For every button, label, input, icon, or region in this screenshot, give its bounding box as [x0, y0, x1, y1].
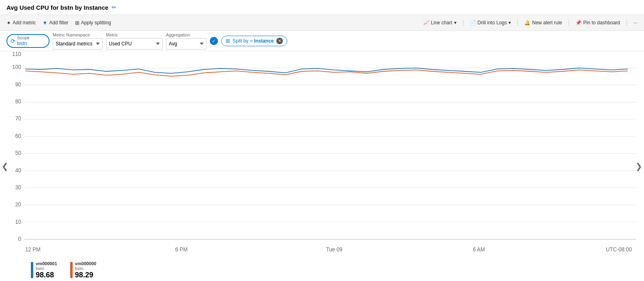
new-alert-rule-button[interactable]: 🔔 New alert rule [524, 20, 562, 26]
chart-legend: vm000001 bstn 98.68 vm000000 bstn 98.29 [8, 259, 636, 281]
aggregation-select[interactable]: Avg [166, 38, 207, 49]
pin-to-dashboard-button[interactable]: 📌 Pin to dashboard [575, 20, 620, 26]
edit-icon[interactable]: ✏ [112, 4, 116, 11]
chevron-left-icon: ❮ [2, 162, 9, 171]
chevron-right-icon: ❯ [635, 162, 642, 171]
chart-container: ❮ ❯ [0, 51, 644, 281]
metric-namespace-select[interactable]: Standard metrics [53, 38, 103, 49]
separator-1 [463, 19, 463, 26]
check-icon: ✓ [212, 38, 216, 44]
separator-2 [517, 19, 518, 26]
metric-row: ⟳ Scope Metric Namespace Standard metric… [0, 31, 644, 51]
svg-text:UTC-08:00: UTC-08:00 [606, 246, 632, 253]
metric-namespace-label: Metric Namespace [53, 32, 103, 37]
separator-4 [627, 19, 627, 26]
more-icon: ··· [633, 20, 638, 26]
legend-value-1: 98.68 [36, 271, 57, 279]
toolbar-right: 📈 Line chart ▾ 📄 Drill into Logs ▾ 🔔 New… [423, 19, 638, 26]
page-title: Avg Used CPU for bstn by Instance [6, 4, 108, 11]
metric-field: Metric Used CPU [106, 32, 163, 49]
separator-3 [569, 19, 569, 26]
legend-scope-2: bstn [75, 266, 97, 271]
metric-select[interactable]: Used CPU [106, 38, 163, 49]
metric-label: Metric [106, 32, 163, 37]
alert-icon: 🔔 [524, 20, 530, 26]
split-remove-button[interactable]: ✕ [276, 38, 283, 44]
scope-group: ⟳ Scope [6, 34, 50, 48]
drill-into-logs-button[interactable]: 📄 Drill into Logs ▾ [470, 20, 511, 26]
svg-text:40: 40 [15, 167, 22, 174]
drill-into-logs-label: Drill into Logs [478, 20, 507, 26]
line-chart-icon: 📈 [423, 20, 429, 26]
svg-text:12 PM: 12 PM [25, 246, 41, 253]
svg-text:10: 10 [15, 218, 22, 225]
svg-text:70: 70 [15, 115, 22, 122]
legend-text-1: vm000001 bstn 98.68 [36, 261, 57, 279]
svg-text:30: 30 [15, 183, 22, 190]
title-bar: Avg Used CPU for bstn by Instance ✏ [0, 0, 644, 15]
svg-text:100: 100 [12, 63, 21, 70]
legend-item-2: vm000000 bstn 98.29 [70, 261, 97, 279]
split-pill[interactable]: ⊞ Split by = Instance ✕ [221, 36, 287, 46]
confirm-button[interactable]: ✓ [210, 37, 218, 45]
split-label: Split by = Instance [233, 38, 274, 44]
line-chart-label: Line chart [431, 20, 452, 26]
add-metric-label: Add metric [13, 20, 36, 26]
svg-text:50: 50 [15, 149, 22, 156]
scope-label: Scope [17, 35, 45, 40]
legend-text-2: vm000000 bstn 98.29 [75, 261, 97, 279]
chart-plot: 0 10 20 30 40 50 60 70 80 90 100 110 12 … [8, 51, 636, 259]
scope-field: Scope [17, 35, 45, 46]
svg-text:90: 90 [15, 81, 22, 88]
scope-icon: ⟳ [11, 38, 15, 44]
new-alert-rule-label: New alert rule [532, 20, 562, 26]
line-chart-chevron: ▾ [454, 20, 457, 26]
line-chart-button[interactable]: 📈 Line chart ▾ [423, 20, 457, 26]
add-metric-icon: ✦ [6, 20, 11, 26]
add-filter-label: Add filter [49, 20, 68, 26]
aggregation-label: Aggregation [166, 32, 207, 37]
svg-text:80: 80 [15, 98, 22, 105]
svg-text:60: 60 [15, 132, 22, 139]
chart-inner: 0 10 20 30 40 50 60 70 80 90 100 110 12 … [8, 51, 636, 281]
add-filter-button[interactable]: ▼ Add filter [42, 20, 68, 26]
apply-splitting-label: Apply splitting [81, 20, 111, 26]
legend-color-bar-1 [31, 262, 33, 278]
apply-splitting-button[interactable]: ⊞ Apply splitting [75, 20, 111, 26]
legend-color-bar-2 [70, 262, 73, 278]
chart-nav-left-button[interactable]: ❮ [0, 160, 10, 173]
legend-value-2: 98.29 [75, 271, 97, 279]
chart-nav-right-button[interactable]: ❯ [634, 160, 644, 173]
svg-text:Tue 09: Tue 09 [326, 246, 342, 253]
more-options-button[interactable]: ··· [633, 20, 638, 26]
add-metric-button[interactable]: ✦ Add metric [6, 20, 36, 26]
svg-text:6 AM: 6 AM [473, 246, 485, 253]
svg-text:6 PM: 6 PM [175, 246, 187, 253]
legend-vm-1: vm000001 [36, 261, 57, 266]
legend-vm-2: vm000000 [75, 261, 97, 266]
filter-icon: ▼ [42, 20, 47, 26]
splitting-icon: ⊞ [75, 20, 80, 26]
svg-text:20: 20 [15, 201, 22, 208]
chart-svg: 0 10 20 30 40 50 60 70 80 90 100 110 12 … [8, 51, 636, 259]
metric-namespace-field: Metric Namespace Standard metrics [53, 32, 103, 49]
legend-scope-1: bstn [36, 266, 57, 271]
aggregation-field: Aggregation Avg [166, 32, 207, 49]
logs-icon: 📄 [470, 20, 476, 26]
svg-text:0: 0 [18, 235, 21, 242]
pin-to-dashboard-label: Pin to dashboard [583, 20, 620, 26]
legend-item-1: vm000001 bstn 98.68 [31, 261, 57, 279]
pin-icon: 📌 [575, 20, 582, 26]
scope-input[interactable] [17, 40, 45, 46]
logs-chevron: ▾ [508, 20, 511, 26]
svg-text:110: 110 [12, 51, 21, 57]
split-icon: ⊞ [226, 38, 230, 44]
toolbar: ✦ Add metric ▼ Add filter ⊞ Apply splitt… [0, 15, 644, 31]
